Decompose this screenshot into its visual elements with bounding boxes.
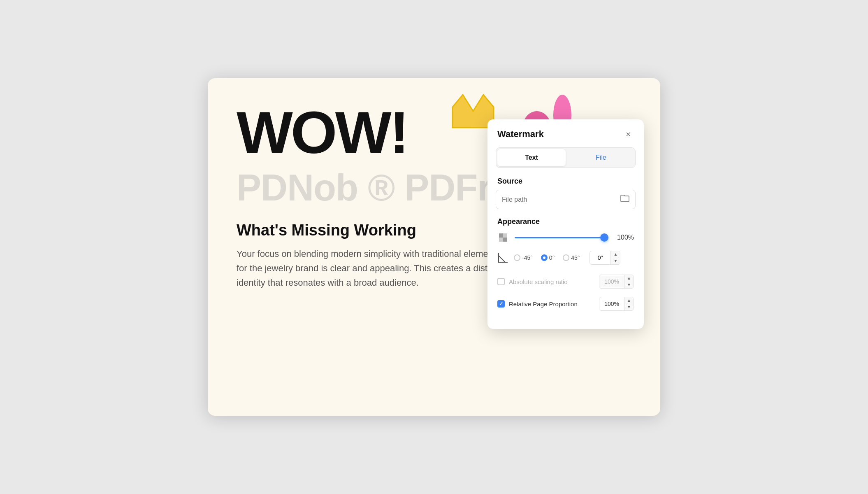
relative-scale-arrows: ▲ ▼ — [624, 297, 634, 310]
absolute-scale-up[interactable]: ▲ — [624, 275, 634, 282]
absolute-scale-down[interactable]: ▼ — [624, 282, 634, 288]
relative-proportion-row: Relative Page Proportion ▲ ▼ — [487, 294, 644, 313]
svg-rect-11 — [503, 233, 507, 238]
tab-row: Text File — [496, 147, 636, 168]
absolute-scale-arrows: ▲ ▼ — [624, 275, 634, 288]
relative-proportion-label: Relative Page Proportion — [509, 301, 578, 308]
svg-rect-9 — [499, 233, 503, 238]
svg-marker-13 — [499, 256, 505, 262]
absolute-scale-value-group: ▲ ▼ — [599, 275, 634, 289]
radio-circle-minus45 — [514, 254, 520, 261]
rotation-up-arrow[interactable]: ▲ — [611, 251, 620, 258]
close-icon: × — [626, 130, 631, 139]
tab-text[interactable]: Text — [497, 149, 566, 166]
opacity-slider[interactable] — [515, 237, 608, 238]
absolute-scaling-checkbox-item[interactable]: Absolute scaling ratio — [497, 278, 568, 285]
source-label: Source — [487, 168, 644, 190]
relative-scale-value-group: ▲ ▼ — [599, 297, 634, 311]
relative-scale-down[interactable]: ▼ — [624, 304, 634, 310]
rotation-row: -45° 0° 45° ▲ ▼ — [487, 251, 644, 265]
opacity-slider-container — [515, 233, 608, 242]
radio-circle-0 — [541, 254, 548, 261]
rotation-custom-input[interactable] — [590, 252, 610, 263]
file-path-input[interactable] — [502, 196, 616, 203]
rotation-down-arrow[interactable]: ▼ — [611, 258, 620, 264]
radio-label-minus45: -45° — [522, 254, 533, 261]
panel-title: Watermark — [497, 129, 544, 140]
rotation-icon — [497, 252, 509, 263]
relative-scale-input[interactable] — [599, 298, 624, 310]
opacity-icon — [497, 232, 509, 243]
file-path-row — [496, 190, 636, 209]
svg-rect-10 — [503, 238, 507, 242]
opacity-row: 100% — [487, 232, 644, 243]
watermark-panel: Watermark × Text File Source App — [487, 119, 644, 329]
svg-rect-12 — [499, 238, 503, 242]
close-button[interactable]: × — [622, 128, 634, 140]
relative-proportion-checkbox[interactable] — [497, 300, 505, 308]
main-container: WOW! PDNob ® PDFr What's Missing Working… — [208, 78, 660, 416]
relative-proportion-checkbox-item[interactable]: Relative Page Proportion — [497, 300, 578, 308]
radio-circle-45 — [563, 254, 569, 261]
absolute-scaling-checkbox[interactable] — [497, 278, 505, 285]
radio-0[interactable]: 0° — [541, 254, 555, 261]
rotation-custom-input-group: ▲ ▼ — [589, 251, 620, 265]
content-body: Your focus on blending modern simplicity… — [237, 247, 504, 290]
radio-label-45: 45° — [571, 254, 580, 261]
radio-label-0: 0° — [549, 254, 555, 261]
rotation-arrows: ▲ ▼ — [610, 251, 620, 264]
tab-file[interactable]: File — [567, 148, 635, 168]
radio-minus45[interactable]: -45° — [514, 254, 533, 261]
opacity-value: 100% — [614, 234, 634, 241]
panel-header: Watermark × — [487, 119, 644, 147]
folder-icon[interactable] — [620, 194, 629, 205]
absolute-scaling-row: Absolute scaling ratio ▲ ▼ — [487, 272, 644, 291]
radio-45[interactable]: 45° — [563, 254, 580, 261]
absolute-scaling-label: Absolute scaling ratio — [509, 278, 568, 285]
appearance-label: Appearance — [487, 209, 644, 232]
relative-scale-up[interactable]: ▲ — [624, 297, 634, 304]
absolute-scale-input[interactable] — [599, 276, 624, 287]
